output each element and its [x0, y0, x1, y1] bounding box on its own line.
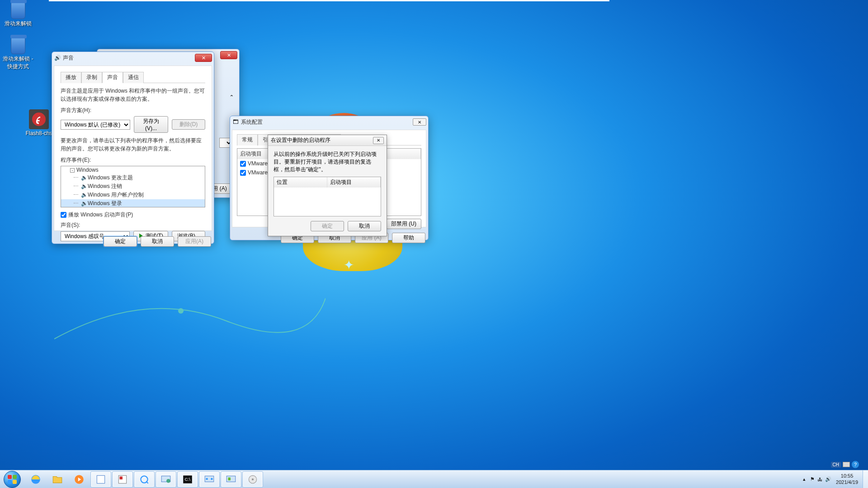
date-text: 2021/4/19 [836, 479, 858, 485]
start-button[interactable] [0, 470, 24, 488]
close-button[interactable]: ✕ [195, 54, 212, 62]
tab-playback[interactable]: 播放 [61, 72, 81, 83]
startup-sound-row: 播放 Windows 启动声音(P) [61, 211, 205, 219]
play-startup-label: 播放 Windows 启动声音(P) [68, 211, 133, 218]
flag-icon[interactable]: ⚑ [810, 476, 815, 482]
speaker-icon: 🔈 [81, 174, 86, 181]
titlebar[interactable]: 🔊 声音 ✕ [52, 52, 214, 64]
taskbar-explorer[interactable] [47, 471, 68, 488]
collapse-icon[interactable]: - [70, 168, 75, 173]
tree-item[interactable]: 🔈Windows 用户帐户控制 [61, 191, 205, 199]
tree-item-selected[interactable]: 🔈Windows 登录 [61, 199, 205, 207]
window-title: 系统配置 [241, 118, 413, 126]
taskbar-app-4[interactable] [156, 471, 176, 488]
show-desktop-button[interactable] [863, 470, 868, 488]
clock[interactable]: 10:55 2021/4/19 [836, 473, 858, 485]
svg-point-0 [178, 308, 184, 314]
scheme-label: 声音方案(H): [61, 107, 205, 114]
taskbar-app-7[interactable] [221, 471, 241, 488]
speaker-icon: 🔈 [81, 192, 86, 198]
titlebar[interactable]: 在设置中删除的启动程序 ✕ [268, 135, 387, 146]
tab-sounds[interactable]: 声音 [102, 72, 123, 83]
taskbar-app-1[interactable] [90, 471, 111, 488]
close-button[interactable]: ✕ [373, 137, 384, 144]
sound-label: 声音(S): [61, 221, 205, 229]
desktop-icon[interactable]: 滑动来解锁 - 快捷方式 [0, 37, 36, 70]
windows-logo-icon [4, 471, 21, 488]
caret-icon: ˆ [231, 94, 233, 103]
scheme-select[interactable]: Windows 默认 (已修改) [61, 120, 130, 130]
taskbar-cmd[interactable]: C:\ [177, 471, 198, 488]
decoration [54, 271, 326, 361]
sound-icon: 🔊 [54, 54, 61, 61]
item-checkbox[interactable] [240, 161, 246, 167]
flash-icon [29, 109, 49, 129]
language-bar[interactable]: CH ? [831, 461, 859, 468]
intro-text: 声音主题是应用于 Windows 和程序事件中的一组声音。您可以选择现有方案或保… [61, 87, 205, 103]
events-tree[interactable]: -Windows 🔈Windows 更改主题 🔈Windows 注销 🔈Wind… [61, 166, 205, 207]
taskbar-app-8[interactable] [242, 471, 263, 488]
events-label: 程序事件(E): [61, 156, 205, 164]
svg-text:C:\: C:\ [185, 477, 191, 482]
decoration: ✦ [344, 258, 354, 272]
taskbar-app-3[interactable] [134, 471, 155, 488]
taskbar-items: C:\ [25, 471, 263, 488]
speaker-icon: 🔈 [81, 200, 86, 206]
icon-label: 滑动来解锁 [0, 20, 36, 28]
disable-all-button[interactable]: 部禁用 (U) [386, 219, 421, 229]
svg-rect-4 [97, 475, 104, 483]
speaker-icon: 🔈 [81, 183, 86, 189]
taskbar: C:\ ▴ ⚑ 🖧 🔊 10:55 2021/4/19 [0, 470, 868, 488]
info-text: 从以前的操作系统升级时已关闭下列启动项目。要重新打开项目，请选择项目的复选框，然… [274, 150, 381, 173]
help-button[interactable]: 帮助 [392, 233, 425, 243]
removed-list[interactable]: 位置启动项目 [274, 177, 381, 216]
dialog-body: 播放 录制 声音 通信 声音主题是应用于 Windows 和程序事件中的一组声音… [54, 66, 212, 231]
volume-icon[interactable]: 🔊 [825, 476, 831, 482]
tab-bar: 播放 录制 声音 通信 [61, 71, 205, 83]
keyboard-icon[interactable] [843, 462, 850, 467]
icon-label: 滑动来解锁 - 快捷方式 [0, 55, 36, 70]
taskbar-app-6[interactable] [199, 471, 220, 488]
msconfig-icon: 🗔 [232, 118, 239, 126]
ok-button[interactable]: 确定 [311, 221, 344, 231]
ok-button[interactable]: 确定 [104, 236, 137, 247]
desktop-icon[interactable]: 滑动来解锁 [0, 2, 36, 28]
delete-button[interactable]: 删除(D) [172, 119, 205, 130]
system-tray: ▴ ⚑ 🖧 🔊 10:55 2021/4/19 [798, 470, 863, 488]
save-as-button[interactable]: 另存为(V)... [134, 116, 168, 133]
item-checkbox[interactable] [240, 170, 246, 176]
close-button[interactable]: ✕ [413, 118, 426, 126]
taskbar-ie[interactable] [25, 471, 46, 488]
svg-rect-15 [226, 476, 236, 482]
tab-record[interactable]: 录制 [81, 72, 102, 83]
apply-button[interactable]: 应用(A) [178, 236, 211, 247]
taskbar-media-player[interactable] [69, 471, 90, 488]
tree-root[interactable]: -Windows [61, 166, 205, 174]
tab-comm[interactable]: 通信 [123, 72, 144, 83]
removed-startup-dialog: 在设置中删除的启动程序 ✕ 从以前的操作系统升级时已关闭下列启动项目。要重新打开… [268, 135, 387, 236]
cancel-button[interactable]: 取消 [141, 236, 174, 247]
taskbar-app-2[interactable] [112, 471, 133, 488]
tray-expand-icon[interactable]: ▴ [803, 476, 806, 482]
svg-point-9 [166, 479, 170, 483]
titlebar[interactable]: 🗔 系统配置 ✕ [230, 116, 428, 128]
help-icon[interactable]: ? [852, 461, 859, 468]
window-title: 声音 [63, 54, 195, 62]
tree-item[interactable]: 🔈Windows 注销 [61, 182, 205, 191]
list-intro-text: 要更改声音，请单击以下列表中的程序事件，然后选择要应用的声音。您可以将更改保存为… [61, 136, 205, 153]
col-location[interactable]: 位置 [274, 177, 327, 188]
tab-general[interactable]: 常规 [237, 134, 258, 145]
close-button[interactable]: ✕ [220, 51, 237, 59]
svg-point-14 [211, 478, 212, 479]
lang-indicator[interactable]: CH [831, 462, 841, 468]
svg-rect-6 [120, 476, 123, 479]
tree-item[interactable]: 🔈Windows 更改主题 [61, 174, 205, 182]
desktop: ✦ 滑动来解锁 滑动来解锁 - 快捷方式 Flash8-chs ✕ ˆ 应用 (… [0, 0, 868, 488]
col-startup[interactable]: 启动项目 [327, 177, 381, 188]
network-icon[interactable]: 🖧 [817, 477, 822, 482]
cancel-button[interactable]: 取消 [348, 221, 381, 231]
play-startup-checkbox[interactable] [61, 212, 66, 218]
svg-point-18 [252, 478, 254, 480]
recycle-bin-icon [11, 2, 25, 19]
svg-point-13 [206, 478, 208, 479]
